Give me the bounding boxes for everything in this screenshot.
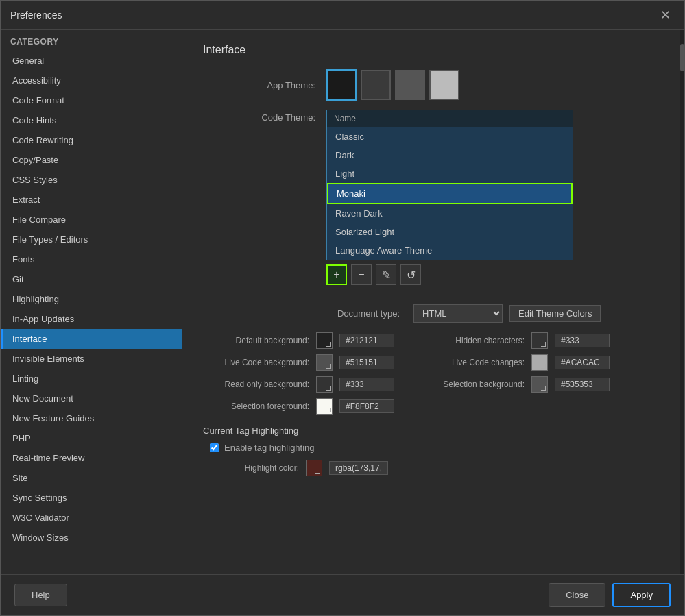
window-close-button[interactable]: ✕: [656, 8, 675, 23]
document-type-label: Document type:: [337, 308, 407, 319]
sidebar-item-real-time-preview[interactable]: Real-time Preview: [1, 448, 182, 468]
sidebar-item-site[interactable]: Site: [1, 468, 182, 488]
hidden-chars-label: Hidden characters:: [435, 336, 525, 345]
sidebar-item-copy-paste[interactable]: Copy/Paste: [1, 150, 182, 170]
sidebar-item-file-types[interactable]: File Types / Editors: [1, 230, 182, 249]
close-button[interactable]: Close: [549, 583, 605, 607]
footer-bar: Help Close Apply: [1, 574, 684, 615]
read-only-bg-value: #333: [339, 378, 394, 391]
sidebar-header: Category: [1, 30, 182, 51]
hidden-chars-swatch[interactable]: [531, 332, 548, 349]
sidebar-item-new-feature-guides[interactable]: New Feature Guides: [1, 408, 182, 428]
highlight-color-label: Highlight color:: [210, 463, 299, 473]
color-row-4: Selection foreground: #F8F8F2: [203, 398, 664, 415]
live-code-bg-value: #515151: [339, 356, 394, 369]
selection-bg-value: #535353: [555, 378, 610, 391]
theme-swatch-medium-dark[interactable]: [361, 70, 391, 100]
scrollbar[interactable]: [680, 30, 684, 574]
sidebar-item-accessibility[interactable]: Accessibility: [1, 71, 182, 90]
window-title: Preferences: [10, 10, 62, 21]
read-only-bg-label: Read only background:: [203, 380, 309, 389]
apply-button[interactable]: Apply: [612, 583, 671, 607]
content-title: Interface: [203, 44, 664, 56]
footer-actions: Close Apply: [549, 583, 671, 607]
dropdown-item-light[interactable]: Light: [327, 164, 573, 183]
selection-fg-value: #F8F8F2: [339, 399, 394, 413]
live-code-changes-value: #ACACAC: [555, 356, 610, 369]
live-code-changes-label: Live Code changes:: [435, 358, 525, 367]
document-type-row: Document type: HTML Edit Theme Colors: [337, 304, 664, 323]
edit-theme-colors-button[interactable]: Edit Theme Colors: [509, 305, 601, 322]
code-theme-area: Name Classic Dark Light Monaki Raven Dar…: [326, 110, 573, 295]
color-settings: Default background: #212121 Hidden chara…: [203, 332, 664, 415]
highlight-color-row: Highlight color: rgba(173,17,: [203, 460, 664, 476]
code-theme-dropdown: Name Classic Dark Light Monaki Raven Dar…: [326, 110, 573, 260]
code-theme-label: Code Theme:: [203, 110, 326, 123]
sidebar-item-php[interactable]: PHP: [1, 428, 182, 448]
dropdown-item-dark[interactable]: Dark: [327, 146, 573, 164]
sidebar-item-sync-settings[interactable]: Sync Settings: [1, 488, 182, 508]
selection-fg-swatch[interactable]: [316, 398, 333, 415]
sidebar-item-invisible-elements[interactable]: Invisible Elements: [1, 349, 182, 369]
hidden-chars-value: #333: [555, 334, 610, 347]
edit-theme-button[interactable]: ✎: [376, 264, 396, 285]
dropdown-item-solarized-light[interactable]: Solarized Light: [327, 223, 573, 241]
sidebar-item-css-styles[interactable]: CSS Styles: [1, 170, 182, 190]
dropdown-header: Name: [327, 110, 573, 127]
live-code-bg-swatch[interactable]: [316, 354, 333, 371]
default-bg-swatch[interactable]: [316, 332, 333, 349]
reset-theme-button[interactable]: ↺: [400, 264, 421, 285]
content-area: Interface App Theme: Code Theme: Name Cl…: [182, 30, 684, 574]
sidebar-item-code-format[interactable]: Code Format: [1, 90, 182, 110]
sidebar-item-code-hints[interactable]: Code Hints: [1, 110, 182, 130]
theme-swatch-light[interactable]: [429, 70, 459, 100]
live-code-changes-swatch[interactable]: [531, 354, 548, 371]
sidebar-item-in-app-updates[interactable]: In-App Updates: [1, 309, 182, 329]
remove-theme-button[interactable]: −: [351, 264, 372, 285]
sidebar-item-extract[interactable]: Extract: [1, 190, 182, 210]
sidebar-item-fonts[interactable]: Fonts: [1, 249, 182, 269]
default-bg-label: Default background:: [203, 336, 309, 345]
sidebar: Category General Accessibility Code Form…: [1, 30, 182, 574]
sidebar-item-new-document[interactable]: New Document: [1, 389, 182, 408]
scrollbar-thumb[interactable]: [680, 44, 684, 71]
sidebar-item-git[interactable]: Git: [1, 269, 182, 289]
app-theme-label: App Theme:: [203, 80, 326, 90]
color-row-3: Read only background: #333 Selection bac…: [203, 376, 664, 393]
document-type-select[interactable]: HTML: [413, 304, 503, 323]
dropdown-item-language-aware[interactable]: Language Aware Theme: [327, 241, 573, 260]
help-button[interactable]: Help: [14, 584, 67, 606]
theme-swatch-medium[interactable]: [395, 70, 425, 100]
app-theme-row: App Theme:: [203, 70, 664, 100]
color-row-1: Default background: #212121 Hidden chara…: [203, 332, 664, 349]
selection-bg-label: Selection background:: [435, 380, 525, 389]
theme-swatches: [326, 70, 459, 100]
sidebar-item-interface[interactable]: Interface: [1, 329, 182, 349]
selection-bg-swatch[interactable]: [531, 376, 548, 393]
sidebar-item-window-sizes[interactable]: Window Sizes: [1, 528, 182, 547]
code-theme-row: Code Theme: Name Classic Dark Light Mona…: [203, 110, 664, 295]
sidebar-item-w3c-validator[interactable]: W3C Validator: [1, 508, 182, 528]
preferences-window: Preferences ✕ Category General Accessibi…: [0, 0, 685, 616]
enable-tag-highlighting-label[interactable]: Enable tag highlighting: [224, 443, 315, 453]
theme-swatch-dark[interactable]: [326, 70, 357, 100]
color-row-2: Live Code background: #515151 Live Code …: [203, 354, 664, 371]
default-bg-value: #212121: [339, 334, 394, 347]
dropdown-item-classic[interactable]: Classic: [327, 127, 573, 146]
sidebar-item-general[interactable]: General: [1, 51, 182, 71]
sidebar-item-file-compare[interactable]: File Compare: [1, 210, 182, 230]
sidebar-item-code-rewriting[interactable]: Code Rewriting: [1, 130, 182, 150]
dropdown-item-raven-dark[interactable]: Raven Dark: [327, 204, 573, 223]
dropdown-item-monaki[interactable]: Monaki: [327, 183, 573, 204]
current-tag-highlighting-title: Current Tag Highlighting: [203, 426, 664, 436]
sidebar-item-linting[interactable]: Linting: [1, 369, 182, 389]
code-theme-toolbar: + − ✎ ↺: [326, 264, 573, 285]
read-only-bg-swatch[interactable]: [316, 376, 333, 393]
highlight-color-swatch[interactable]: [306, 460, 322, 476]
enable-tag-highlighting-row: Enable tag highlighting: [203, 443, 664, 453]
add-theme-button[interactable]: +: [326, 264, 347, 285]
sidebar-item-highlighting[interactable]: Highlighting: [1, 289, 182, 309]
enable-tag-highlighting-checkbox[interactable]: [210, 443, 219, 452]
title-bar: Preferences ✕: [1, 1, 684, 30]
highlight-color-value: rgba(173,17,: [329, 461, 388, 475]
